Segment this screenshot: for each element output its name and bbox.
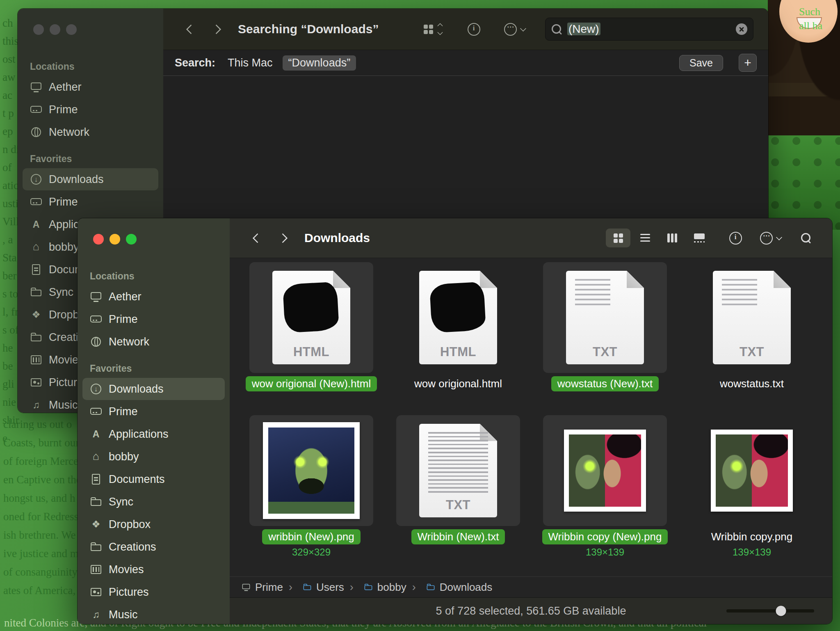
path-crumb[interactable]: Users — [283, 580, 344, 594]
close-button[interactable] — [93, 234, 104, 245]
sidebar-item[interactable]: Downloads — [82, 378, 225, 400]
search-input[interactable]: (New) — [567, 23, 600, 36]
columns-view-button[interactable] — [660, 229, 685, 247]
zoom-button[interactable] — [66, 24, 77, 35]
path-crumb[interactable]: Downloads — [406, 580, 493, 594]
home-icon — [89, 450, 103, 464]
downloads-icon — [89, 382, 103, 396]
film-icon — [89, 562, 103, 576]
scope-option[interactable]: “Downloads” — [283, 55, 356, 71]
gallery-view-button[interactable] — [687, 229, 712, 247]
file-name: Wribbin copy (New).png — [542, 529, 668, 544]
document-preview-art — [429, 282, 486, 333]
sidebar: Locations Aether Prime Network Favorites — [78, 218, 230, 624]
wallpaper-text-line: of consanguinity. — [3, 563, 84, 581]
path-crumb-label: Downloads — [440, 581, 493, 594]
save-search-button[interactable]: Save — [679, 55, 723, 71]
file-item[interactable]: HTML wow origional.html — [385, 262, 532, 391]
wallpaper-photo — [768, 0, 840, 230]
zoom-slider[interactable] — [726, 609, 814, 613]
list-view-button[interactable] — [633, 229, 657, 247]
view-picker-button[interactable] — [421, 20, 444, 39]
columns-view-icon — [667, 233, 677, 242]
more-options-button[interactable] — [503, 20, 526, 39]
sidebar-item[interactable]: Movies — [82, 558, 225, 581]
harddrive-icon — [29, 103, 43, 117]
folder-icon — [363, 582, 373, 592]
sidebar-item-label: Prime — [49, 103, 78, 116]
more-options-button[interactable] — [759, 229, 782, 247]
forward-button[interactable] — [273, 229, 292, 247]
file-item[interactable]: HTML wow origional (New).html — [238, 262, 385, 391]
sidebar-item[interactable]: Downloads — [23, 168, 158, 190]
image-thumbnail — [263, 422, 360, 519]
sidebar-item[interactable]: Aether — [82, 286, 225, 308]
sidebar-item[interactable]: Sync — [82, 491, 225, 513]
file-item[interactable]: TXT wowstatus (New).txt — [532, 262, 678, 391]
sidebar-item[interactable]: Network — [82, 331, 225, 353]
file-item[interactable]: TXT wowstatus.txt — [678, 262, 825, 391]
zoom-slider-knob[interactable] — [776, 606, 786, 616]
file-item[interactable]: Wribbin copy (New).png 139×139 — [532, 415, 678, 558]
wallpaper-text-line: claring us out o — [3, 415, 84, 434]
sidebar-section-header: Locations — [90, 271, 230, 282]
sidebar-item[interactable]: Prime — [82, 400, 225, 423]
file-item[interactable]: TXT Wribbin (New).txt — [385, 415, 532, 558]
sidebar-item[interactable]: Applications — [82, 423, 225, 445]
finder-downloads-window: Locations Aether Prime Network Favorites — [78, 218, 832, 624]
sidebar-item-label: Downloads — [109, 383, 164, 396]
document-icon: HTML — [419, 271, 497, 364]
minimize-button[interactable] — [50, 24, 60, 35]
document-icon: TXT — [566, 271, 644, 364]
sidebar-item[interactable]: Dropbox — [82, 513, 225, 535]
chevron-up-down-icon — [438, 24, 442, 34]
scope-option[interactable]: This Mac — [225, 56, 275, 70]
file-item[interactable]: wribbin (New).png 329×329 — [238, 415, 385, 558]
sidebar-item[interactable]: Creations — [82, 536, 225, 558]
dropbox-icon — [29, 308, 43, 322]
sidebar-item[interactable]: Prime — [82, 308, 225, 330]
sidebar-item[interactable]: Network — [23, 121, 158, 143]
search-field[interactable]: (New) — [545, 18, 753, 41]
toolbar: Downloads — [230, 218, 832, 258]
forward-button[interactable] — [207, 20, 226, 39]
sidebar-item[interactable]: Prime — [23, 191, 158, 213]
grid-view-button[interactable] — [606, 229, 630, 247]
info-icon — [468, 23, 480, 36]
file-name: wowstatus (New).txt — [551, 376, 659, 391]
file-item[interactable]: Wribbin copy.png 139×139 — [678, 415, 825, 558]
chevron-left-icon — [186, 24, 196, 34]
path-crumb-label: bobby — [377, 581, 406, 594]
minimize-button[interactable] — [110, 234, 120, 245]
file-name: wow origional (New).html — [246, 376, 377, 391]
sidebar-item[interactable]: Aether — [23, 76, 158, 98]
info-button[interactable] — [724, 229, 747, 247]
globe-icon — [29, 125, 43, 139]
document-preview-art — [283, 282, 339, 333]
path-crumb[interactable]: Prime — [240, 580, 283, 594]
clear-search-icon[interactable] — [736, 23, 747, 35]
search-button[interactable] — [794, 229, 817, 247]
chevron-down-icon — [776, 234, 783, 240]
computer-icon — [241, 582, 251, 592]
display-icon — [29, 80, 43, 94]
sidebar-item[interactable]: bobby — [82, 446, 225, 468]
document-icon — [29, 263, 43, 277]
close-button[interactable] — [33, 24, 44, 35]
document-icon — [89, 472, 103, 486]
add-scope-button[interactable]: + — [739, 54, 757, 72]
sidebar-item[interactable]: Music — [82, 604, 225, 624]
wallpaper-text-line: ates of America, i — [3, 581, 84, 600]
back-button[interactable] — [181, 20, 200, 39]
back-button[interactable] — [248, 229, 267, 247]
wallpaper-text-right: Suchall ha — [799, 5, 822, 33]
sidebar-item-label: Sync — [49, 286, 73, 299]
file-type-badge: TXT — [419, 498, 497, 512]
sidebar-item[interactable]: Prime — [23, 98, 158, 121]
zoom-button[interactable] — [126, 234, 137, 245]
file-name: wow origional.html — [408, 376, 508, 391]
path-crumb[interactable]: bobby — [344, 580, 406, 594]
sidebar-item[interactable]: Documents — [82, 468, 225, 490]
sidebar-item[interactable]: Pictures — [82, 581, 225, 603]
info-button[interactable] — [462, 20, 485, 39]
